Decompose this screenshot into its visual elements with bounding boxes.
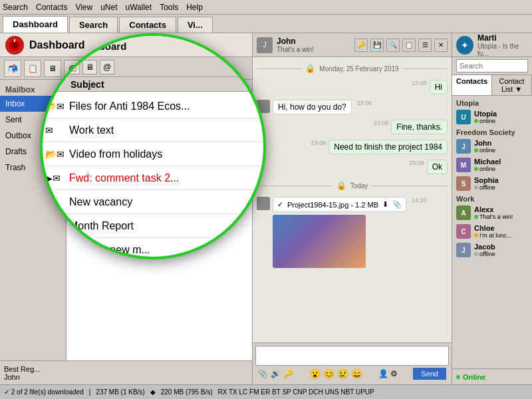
zoom-subject-2: Work text — [69, 124, 261, 136]
zoom-row-6[interactable]: 🔴✉ Month Report — [43, 214, 263, 238]
msg-text-4: Need to finish the project 1984 — [334, 142, 442, 152]
chat-save-icon[interactable]: 💾 — [370, 39, 384, 52]
menu-view[interactable]: View — [75, 3, 92, 12]
menu-contacts[interactable]: Contacts — [36, 3, 67, 12]
zoom-inner: Dashboard 📬 📋 🖥 @ ☰ Subject 📂✉ Files for… — [43, 36, 263, 257]
menu-search[interactable]: Search — [3, 3, 28, 12]
chat-key-icon[interactable]: 🔑 — [354, 39, 368, 52]
avatar-sophia: S — [456, 176, 471, 191]
chat-close-icon[interactable]: ✕ — [434, 39, 448, 52]
tab-vi[interactable]: Vi... — [178, 17, 213, 33]
msg-file-row[interactable]: ✓ Project1984-15.jpg - 1.2 MB ⬇ 📎 — [273, 197, 406, 212]
chat-attach-icon[interactable]: 📎 — [258, 369, 268, 378]
status-dot-utopia — [474, 119, 478, 123]
contact-status-utopia: online — [474, 118, 528, 124]
dashboard-icon — [5, 36, 24, 55]
chat-contact-status: That's a win! — [277, 46, 314, 53]
msg-row-3: Fine, thanks. 23:08 — [257, 120, 448, 134]
emoji-4[interactable]: 😄 — [351, 368, 362, 379]
zoom-row-5[interactable]: ✉ New vacancy — [43, 190, 263, 214]
chat-settings-icon[interactable]: ⚙ — [390, 369, 398, 378]
contacts-header-name: Marti — [477, 33, 528, 43]
contact-item-john[interactable]: J John online — [454, 137, 531, 156]
contact-name-john: John — [474, 139, 528, 147]
emoji-3[interactable]: 😢 — [337, 368, 348, 379]
zoom-toolbar-btn4[interactable]: @ — [100, 60, 114, 74]
statusbar-network: 220 MB (795 B/s) — [161, 388, 213, 396]
contacts-header-status: Utopia - Is the fu... — [477, 43, 528, 57]
msg-text-1: Hi — [435, 82, 442, 92]
zoom-row-7[interactable]: ●✉ Files for new m... — [43, 238, 263, 257]
menu-unet[interactable]: uNet — [100, 3, 117, 12]
zoom-row-2[interactable]: ✉ Work text — [43, 118, 263, 142]
contact-status-label-john: online — [479, 147, 495, 154]
zoom-toolbar-btn3[interactable]: 🖥 — [82, 60, 97, 74]
lock-icon-2: 🔒 — [336, 181, 346, 190]
emoji-2[interactable]: 😊 — [323, 368, 334, 379]
send-button[interactable]: Send — [413, 368, 446, 380]
menu-uwallet[interactable]: uWallet — [126, 3, 152, 12]
chat-voice-icon[interactable]: 🔊 — [271, 369, 281, 378]
toolbar-list-btn[interactable]: 📋 — [24, 60, 41, 77]
zoom-subject-1: Files for Anti 1984 Ecos... — [69, 100, 261, 112]
msg-text-3: Fine, thanks. — [396, 122, 442, 132]
zoom-row-3[interactable]: 📂✉ Video from holidays — [43, 142, 263, 166]
status-dot-chloe — [474, 233, 478, 237]
chat-input[interactable] — [255, 346, 449, 366]
contact-name-sophia: Sophia — [474, 176, 528, 184]
contact-status-label-sophia: offline — [479, 184, 495, 191]
chat-user-icon: 👤 — [378, 369, 388, 378]
zoom-row-4[interactable]: ▶✉ Fwd: comment task 2... — [43, 166, 263, 190]
contact-item-chloe[interactable]: C Chloe I'm at lunc... — [454, 222, 531, 241]
contact-name-chloe: Chloe — [474, 224, 528, 232]
file-dl-icon[interactable]: ⬇ — [382, 200, 388, 209]
tab-dashboard[interactable]: Dashboard — [3, 16, 68, 33]
date-separator-2: 🔒 Today — [257, 178, 448, 193]
contact-item-utopia[interactable]: U Utopia online — [454, 108, 531, 126]
toolbar-inbox-btn[interactable]: 📬 — [4, 60, 21, 77]
contact-info-alexx: Alexx That's a win! — [474, 205, 528, 220]
contacts-list: Utopia U Utopia online Freedom Society J… — [452, 96, 532, 368]
contacts-panel: ✦ Marti Utopia - Is the fu... Contacts C… — [452, 33, 532, 384]
zoom-toolbar-btn2[interactable]: 📋 — [65, 60, 80, 74]
chat-search-icon[interactable]: 🔍 — [386, 39, 400, 52]
tab-search[interactable]: Search — [69, 17, 118, 33]
date-text-1: Monday, 25 February 2019 — [319, 65, 398, 72]
file-check-icon: ✓ — [277, 200, 283, 209]
contact-item-sophia[interactable]: S Sophia offline — [454, 174, 531, 193]
status-dot-jacob — [474, 252, 478, 256]
contacts-header: ✦ Marti Utopia - Is the fu... — [452, 33, 532, 57]
contacts-tab-list[interactable]: Contact List ▼ — [492, 75, 532, 95]
tab-contacts[interactable]: Contacts — [119, 17, 176, 33]
zoom-toolbar: 📬 📋 🖥 @ — [43, 57, 263, 77]
chat-tool-icons: 📎 🔊 🔑 — [258, 369, 293, 378]
avatar-michael: M — [456, 158, 471, 172]
statusbar-memory: 237 MB (1 KB/s) — [96, 388, 144, 396]
msg-bubble-3: Fine, thanks. — [391, 120, 448, 134]
menu-help[interactable]: Help — [186, 3, 203, 12]
msg-row-file: ✓ Project1984-15.jpg - 1.2 MB ⬇ 📎 14:10 — [257, 197, 448, 268]
chat-contact-info: John That's a win! — [277, 37, 314, 53]
contacts-tab-contacts[interactable]: Contacts — [452, 75, 492, 95]
menu-tools[interactable]: Tools — [160, 3, 178, 12]
msg-row-1: Hi 23:05 — [257, 80, 448, 94]
zoom-toolbar-btn1[interactable]: 📬 — [48, 60, 63, 74]
msg-row-5: Ok 23:09 — [257, 160, 448, 174]
chat-panel: J John That's a win! 🔑 💾 🔍 📋 ☰ ✕ 🔒 Monda… — [253, 33, 452, 384]
msg-thumbnail — [273, 215, 366, 268]
emoji-row[interactable]: 😮 😊 😢 😄 — [309, 368, 362, 379]
chat-menu-icon[interactable]: ☰ — [418, 39, 432, 52]
contact-item-michael[interactable]: M Michael online — [454, 156, 531, 174]
zoom-overlay: Dashboard 📬 📋 🖥 @ ☰ Subject 📂✉ Files for… — [40, 33, 266, 259]
contact-item-alexx[interactable]: A Alexx That's a win! — [454, 203, 531, 222]
zoom-row-1[interactable]: 📂✉ Files for Anti 1984 Ecos... — [43, 94, 263, 118]
file-clip-icon[interactable]: 📎 — [392, 200, 402, 209]
contact-status-label-chloe: I'm at lunc... — [479, 232, 511, 239]
contact-name-alexx: Alexx — [474, 205, 528, 213]
chat-clip-icon[interactable]: 📋 — [402, 39, 416, 52]
contact-item-jacob[interactable]: J Jacob offline — [454, 241, 531, 259]
contacts-search-input[interactable] — [456, 59, 528, 72]
chat-key2-icon[interactable]: 🔑 — [283, 369, 293, 378]
emoji-1[interactable]: 😮 — [309, 368, 321, 379]
zoom-icons-7: ●✉ — [45, 245, 69, 255]
